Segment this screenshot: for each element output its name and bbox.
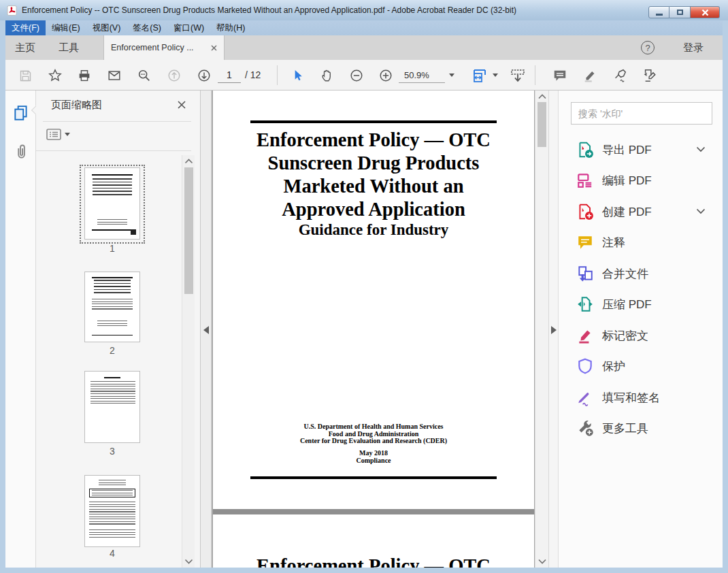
page-thumbnails-panel-button[interactable] (12, 104, 30, 122)
close-icon (701, 9, 709, 16)
tab-close-icon[interactable] (211, 45, 217, 51)
chevron-down-icon[interactable] (696, 208, 706, 214)
tool-edit-pdf[interactable]: 编辑 PDF (559, 167, 723, 194)
panel-divider (36, 150, 191, 151)
tab-tools[interactable]: 工具 (54, 35, 83, 60)
scroll-up-icon[interactable] (184, 159, 193, 164)
window-title: Enforcement Policy -- OTC Sunscreen Drug… (22, 5, 516, 15)
selection-tool-button[interactable] (288, 67, 306, 84)
panel-close-icon[interactable] (176, 99, 188, 111)
menu-help[interactable]: 帮助(H) (210, 20, 251, 35)
navigation-icon-strip (5, 91, 36, 568)
thumbnails-panel: 页面缩略图 1 (36, 91, 201, 568)
tab-document[interactable]: Enforcement Policy ... (103, 35, 225, 60)
comment-tool-button[interactable] (551, 67, 569, 84)
zoom-out-button[interactable] (348, 67, 365, 84)
tool-create-pdf[interactable]: 创建 PDF (559, 198, 723, 225)
collapse-right-icon[interactable] (551, 326, 557, 334)
menu-sign[interactable]: 签名(S) (127, 20, 167, 35)
tool-label: 保护 (602, 359, 625, 374)
highlighter-icon (582, 68, 597, 83)
scrollbar-thumb[interactable] (537, 102, 546, 147)
compress-pdf-icon (576, 295, 594, 313)
scroll-down-icon[interactable] (184, 559, 193, 564)
options-caret-icon (65, 133, 70, 136)
fit-width-icon (471, 67, 488, 84)
toolbar-divider (277, 65, 278, 85)
tool-combine-files[interactable]: 合并文件 (559, 260, 723, 287)
reading-mode-icon (510, 67, 526, 84)
tool-label: 编辑 PDF (602, 173, 652, 189)
email-button[interactable] (105, 67, 123, 84)
minimize-button[interactable] (648, 6, 669, 18)
star-button[interactable] (46, 67, 64, 84)
page-thumbnails-icon (12, 104, 30, 122)
paperclip-icon (12, 144, 30, 161)
thumbnail-page-4[interactable] (84, 475, 140, 547)
next-page-button[interactable] (195, 67, 213, 84)
reading-mode-button[interactable] (509, 67, 527, 84)
panel-divider (43, 121, 191, 122)
export-pdf-icon (576, 141, 594, 159)
page-number-field[interactable] (218, 67, 241, 83)
hand-tool-button[interactable] (318, 67, 336, 84)
tool-label: 更多工具 (602, 421, 648, 436)
thumbnails-options-button[interactable] (46, 127, 73, 141)
tool-compress-pdf[interactable]: 压缩 PDF (559, 291, 723, 318)
highlight-tool-button[interactable] (581, 67, 599, 84)
fill-sign-tool-button[interactable] (611, 67, 629, 84)
scroll-down-icon[interactable] (537, 559, 547, 564)
zoom-caret-icon[interactable] (449, 73, 454, 77)
zoom-in-button[interactable] (377, 67, 395, 84)
edit-page-tool-button[interactable] (641, 67, 659, 84)
star-icon (48, 68, 63, 83)
zoom-level-dropdown[interactable]: 50.9% (399, 67, 445, 83)
menu-edit[interactable]: 编辑(E) (46, 20, 86, 35)
menu-window[interactable]: 窗口(W) (167, 20, 210, 35)
document-scrollbar[interactable] (535, 91, 548, 568)
search-icon (137, 68, 152, 83)
hand-icon (320, 68, 335, 83)
help-button[interactable]: ? (641, 41, 655, 54)
tool-label: 创建 PDF (602, 204, 652, 220)
tool-export-pdf[interactable]: 导出 PDF (559, 136, 723, 163)
thumbnail-page-1[interactable] (84, 167, 140, 240)
search-button[interactable] (135, 67, 153, 84)
sign-in-button[interactable]: 登录 (683, 42, 704, 54)
document-canvas: Enforcement Policy — OTC Sunscreen Drug … (201, 91, 548, 568)
tab-home[interactable]: 主页 (11, 35, 39, 60)
tools-search-input[interactable] (571, 102, 712, 125)
tool-redact[interactable]: 标记密文 (559, 322, 723, 349)
scroll-up-icon[interactable] (537, 94, 547, 99)
close-button[interactable] (691, 6, 720, 18)
fit-width-button[interactable] (471, 67, 489, 84)
thumbnail-label-1: 1 (84, 243, 140, 254)
thumbnails-scrollbar[interactable] (182, 155, 195, 568)
left-panel-collapse-strip[interactable] (201, 91, 212, 568)
menu-file[interactable]: 文件(F) (5, 20, 46, 35)
tabbar: 主页 工具 Enforcement Policy ... ? 登录 (5, 35, 723, 60)
chevron-down-icon[interactable] (696, 146, 706, 152)
maximize-icon (677, 10, 683, 15)
fit-width-caret-icon[interactable] (493, 73, 498, 77)
tool-label: 注释 (602, 235, 625, 250)
thumbnail-page-3[interactable] (84, 371, 140, 443)
collapse-left-icon[interactable] (203, 326, 209, 334)
tool-label: 压缩 PDF (602, 297, 652, 312)
previous-page-button[interactable] (165, 67, 183, 84)
tool-protect[interactable]: 保护 (559, 353, 723, 380)
right-panel-collapse-strip[interactable] (548, 91, 558, 568)
tool-more-tools[interactable]: 更多工具 (559, 414, 723, 442)
page-number-input[interactable] (218, 67, 241, 83)
tools-search[interactable] (571, 102, 712, 125)
tool-comment[interactable]: 注释 (559, 229, 723, 256)
maximize-button[interactable] (669, 6, 691, 18)
print-button[interactable] (76, 67, 93, 84)
scrollbar-thumb[interactable] (184, 167, 193, 294)
save-button[interactable] (16, 67, 34, 84)
attachments-panel-button[interactable] (12, 144, 30, 161)
tool-fill-sign[interactable]: 填写和签名 (559, 384, 723, 411)
menu-view[interactable]: 视图(V) (86, 20, 127, 35)
thumbnail-page-2[interactable] (84, 272, 140, 342)
pointer-icon (291, 69, 304, 82)
